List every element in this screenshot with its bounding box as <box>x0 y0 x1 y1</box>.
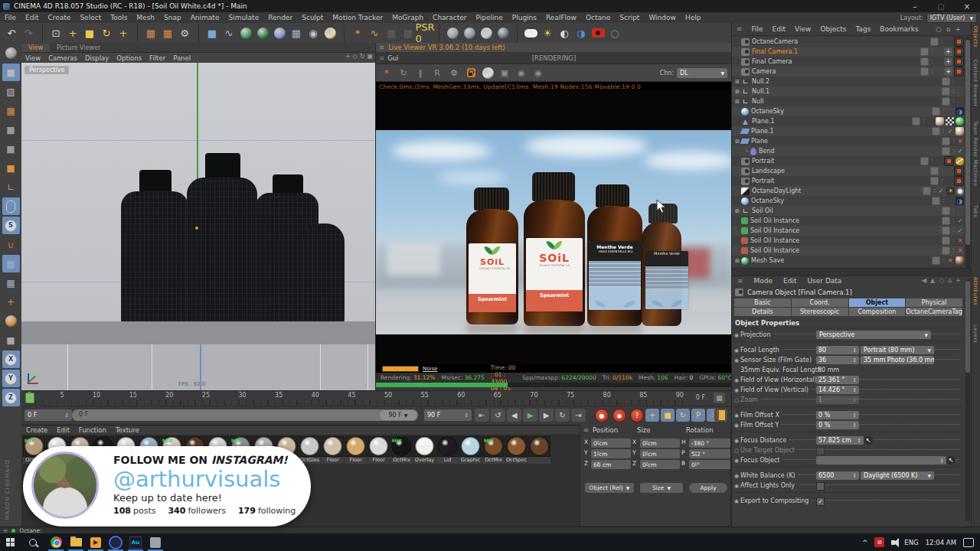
record-keyframe-button[interactable]: ● <box>595 409 609 422</box>
material-thumbnail[interactable]: OctGlos <box>299 436 321 464</box>
edit-toggle[interactable] <box>932 107 940 116</box>
tag-chip[interactable] <box>936 117 944 126</box>
visibility-dots[interactable] <box>939 168 945 174</box>
material-menu-item[interactable]: Create <box>21 426 52 434</box>
tray-antivirus-icon[interactable]: ⊘ <box>874 537 884 547</box>
menu-item[interactable]: Help <box>681 14 706 21</box>
tag-chip[interactable] <box>956 117 964 126</box>
edit-toggle[interactable] <box>942 137 950 145</box>
coordinate-mode-dropdown[interactable]: Object (Rel)▼ <box>585 483 634 493</box>
close-button[interactable]: × <box>954 0 980 12</box>
taskbar-app-chrome[interactable] <box>46 533 66 551</box>
edit-toggle[interactable] <box>932 197 940 205</box>
rotate-tool[interactable]: ↻ <box>98 24 115 42</box>
search-button[interactable] <box>20 533 46 551</box>
object-menu-item[interactable]: File <box>747 25 768 33</box>
enable-state-icon[interactable] <box>946 128 954 135</box>
affect-lights-checkbox[interactable] <box>816 482 825 491</box>
polygons-mode-button[interactable]: ■ <box>2 159 20 177</box>
visibility-dots[interactable] <box>940 257 946 264</box>
material-preset-2[interactable] <box>461 24 478 42</box>
search-icon[interactable]: ○ <box>936 25 942 33</box>
menu-item[interactable]: Tools <box>106 14 132 21</box>
visibility-dots[interactable] <box>939 178 945 184</box>
octane-sun-button[interactable]: ☀ <box>539 24 556 42</box>
object-row[interactable]: Soil Oil Instance.2 <box>732 226 964 236</box>
separator[interactable] <box>132 24 138 42</box>
menu-item[interactable]: RealFlow <box>541 14 581 21</box>
visibility-dots[interactable] <box>950 148 956 155</box>
octane-sky-button[interactable]: ◑ <box>573 24 590 42</box>
timeline-layout-icon[interactable] <box>714 409 727 422</box>
film-offset-y-field[interactable]: 0 %↕ <box>816 421 859 429</box>
edit-toggle[interactable] <box>942 147 950 155</box>
edit-toggle[interactable] <box>942 236 950 245</box>
tab-physical[interactable]: Physical <box>906 298 962 307</box>
focal-length-field[interactable]: 80↕ <box>816 346 859 354</box>
tag-chip[interactable] <box>954 176 964 186</box>
key-scale-toggle[interactable]: ■ <box>661 409 675 422</box>
object-row[interactable]: Mesh Save <box>732 256 964 266</box>
tag-chip[interactable] <box>944 156 954 166</box>
add-deformer-button[interactable] <box>254 24 271 42</box>
previous-frame-button[interactable]: ◀ <box>507 409 521 422</box>
next-key-button[interactable]: ↻ <box>555 409 570 422</box>
lock-z-axis-button[interactable] <box>2 389 20 406</box>
edit-render-settings-button[interactable]: ⚙ <box>176 24 193 42</box>
object-name[interactable]: Plane.1 <box>752 118 801 125</box>
bottle-silhouette[interactable] <box>121 191 188 337</box>
tab-coord[interactable]: Coord. <box>792 298 848 307</box>
material-thumbnail[interactable]: MIX OctMix <box>482 436 505 464</box>
taskbar-app-media[interactable]: ▶ <box>86 533 106 551</box>
object-menu-item[interactable]: Bookmarks <box>875 25 923 33</box>
visibility-dots[interactable] <box>950 217 956 224</box>
position-field[interactable]: 60 cm↕ <box>591 460 631 469</box>
tab-view[interactable]: View <box>21 44 50 52</box>
rotation-field[interactable]: 5.2 °↕ <box>689 449 730 458</box>
tray-chevron-icon[interactable]: ^ <box>862 539 867 546</box>
edit-toggle[interactable] <box>942 217 950 225</box>
tag-chip[interactable] <box>944 67 952 76</box>
object-name[interactable]: Soil Oil Instance.3 <box>750 217 799 224</box>
menu-item[interactable]: Simulate <box>224 14 263 21</box>
object-name[interactable]: Final Camera.1 <box>752 48 801 55</box>
axis-mode-button[interactable]: ∟ <box>2 178 20 196</box>
visibility-dots[interactable] <box>940 108 946 115</box>
attribute-scrollbar[interactable] <box>965 279 970 521</box>
size-field[interactable]: 0 cm↕ <box>640 449 680 458</box>
tag-chip[interactable] <box>956 197 964 205</box>
side-tab-team-render[interactable]: Team Render Machines <box>972 121 978 186</box>
tag-chip[interactable] <box>954 166 964 176</box>
octane-logo-button[interactable]: ○ <box>606 24 623 42</box>
home-icon[interactable]: ⌂ <box>946 25 951 33</box>
rotation-field[interactable]: -180 °↕ <box>689 439 730 448</box>
taskbar-app-gray[interactable] <box>145 533 165 551</box>
material-preset-1[interactable] <box>444 24 461 42</box>
object-row[interactable]: Final Camera <box>732 57 964 67</box>
object-row[interactable]: Soil Oil <box>732 206 964 216</box>
tag-chip[interactable] <box>954 57 964 67</box>
menu-item[interactable]: Motion Tracker <box>328 14 387 21</box>
edit-toggle[interactable] <box>920 57 929 66</box>
object-name[interactable]: Null.2 <box>752 78 801 85</box>
size-field[interactable]: 0 cm↕ <box>640 439 680 448</box>
add-field-button[interactable] <box>271 24 288 42</box>
add-light-button[interactable] <box>322 24 338 42</box>
render-view-button[interactable]: ▦ <box>142 24 159 42</box>
enable-state-icon[interactable] <box>956 148 964 155</box>
position-field[interactable]: 0 cm↕ <box>591 439 631 448</box>
tag-chip[interactable] <box>944 57 952 66</box>
octane-render-button[interactable] <box>522 24 539 42</box>
focus-distance-field[interactable]: 57.825 cm↕ <box>816 436 864 445</box>
object-row[interactable]: Final Camera.1 <box>732 47 964 57</box>
add-spline-button[interactable]: ∿ <box>220 24 237 42</box>
tab-composition[interactable]: Composition <box>849 308 906 316</box>
menu-item[interactable]: Create <box>44 14 76 21</box>
object-row[interactable]: OctaneCamera <box>732 37 964 47</box>
object-menu-item[interactable]: Tags <box>851 25 875 33</box>
timeline-ruler[interactable]: 051015202530354045505560657075808590 0 F… <box>21 390 731 406</box>
viewport-canvas[interactable]: Perspective <box>21 63 375 390</box>
material-thumbnail[interactable]: Floor <box>345 436 367 464</box>
material-thumbnail[interactable]: OctSpec <box>505 436 528 464</box>
visibility-dots[interactable] <box>929 58 935 65</box>
